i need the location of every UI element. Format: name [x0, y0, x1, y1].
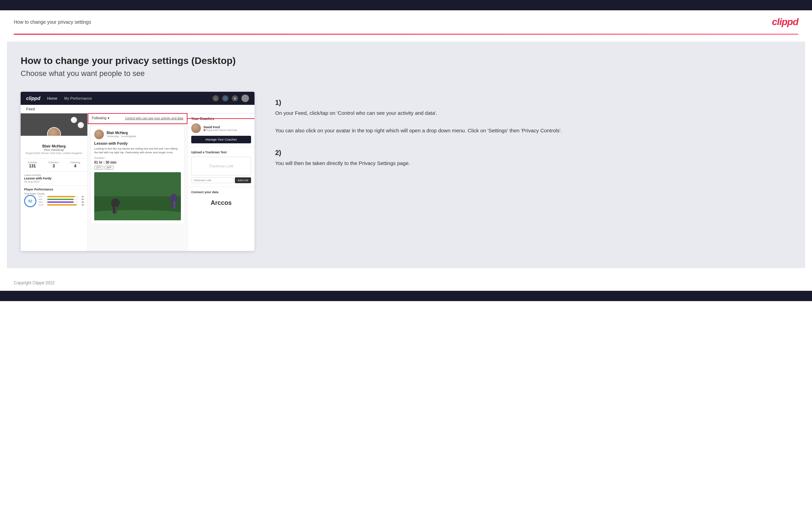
svg-rect-7 [115, 207, 117, 213]
footer: Copyright Clippd 2022 [0, 275, 812, 291]
profile-club: Royal North Devon Golf Club, United King… [23, 152, 85, 155]
connect-section: Connect your data Arccos [188, 187, 255, 213]
profile-stats: Activities 131 Followers 3 Following 4 [21, 158, 87, 171]
instruction-1-text: On your Feed, click/tap on 'Control who … [275, 109, 791, 135]
app-logo: clippd [26, 96, 40, 101]
coach-item: David Ford Royal North Devon Golf Club [191, 123, 251, 133]
svg-rect-8 [112, 201, 120, 203]
post-avatar [94, 130, 104, 139]
post-description: Looking to feel like my hands are exitin… [94, 147, 181, 154]
add-link-button[interactable]: Add Link [235, 177, 251, 183]
page-heading: How to change your privacy settings (Des… [21, 55, 791, 66]
post-location: Yesterday · Sunningdale [107, 135, 136, 138]
header-divider [14, 34, 798, 35]
trackman-input[interactable] [191, 177, 234, 183]
top-bar [0, 0, 812, 10]
header-title: How to change your privacy settings [14, 19, 91, 25]
stat-activities: Activities 131 [28, 161, 37, 168]
nav-avatar[interactable] [241, 95, 249, 102]
tpq-bars: OTT 90 APP 85 ARG [39, 196, 84, 207]
globe-icon[interactable]: ⊕ [232, 95, 238, 101]
header: How to change your privacy settings clip… [0, 10, 812, 34]
tag-app: APP [105, 166, 113, 169]
latest-activity: Latest Activity Lesson with Fordy 03 Aug… [21, 171, 87, 185]
content-row: clippd Home My Performance ⌕ 👤 ⊕ Feed [21, 92, 791, 251]
clippd-logo: clippd [772, 16, 798, 27]
nav-performance: My Performance [64, 96, 92, 100]
coach-avatar [191, 123, 201, 133]
copyright: Copyright Clippd 2022 [14, 280, 55, 285]
arccos-logo: Arccos [191, 196, 251, 210]
coaches-section: Your Coaches David Ford Royal North Devo… [188, 113, 255, 147]
app-navbar: clippd Home My Performance ⌕ 👤 ⊕ [21, 92, 255, 105]
coach-name: David Ford [204, 125, 237, 129]
profile-handicap: Plus Handicap [23, 148, 85, 152]
svg-rect-10 [171, 201, 173, 209]
instructions: 1) On your Feed, click/tap on 'Control w… [268, 92, 791, 181]
upload-title: Upload a Trackman Test [191, 151, 251, 154]
golf-ball-1 [71, 117, 77, 123]
app-sidebar: Blair McHarg Plus Handicap Royal North D… [21, 113, 88, 251]
feed-post: Blair McHarg Yesterday · Sunningdale Les… [90, 126, 185, 224]
bar-arg: ARG 86 [39, 201, 84, 203]
tpq-circle: 92 [24, 195, 36, 207]
instruction-1-number: 1) [275, 99, 791, 107]
profile-cover [21, 113, 87, 136]
app-nav-icons: ⌕ 👤 ⊕ [213, 95, 249, 102]
svg-rect-12 [170, 199, 178, 201]
main-content: How to change your privacy settings (Des… [7, 42, 805, 268]
search-icon[interactable]: ⌕ [213, 95, 219, 101]
connect-title: Connect your data [191, 190, 251, 194]
app-mockup: clippd Home My Performance ⌕ 👤 ⊕ Feed [21, 92, 255, 251]
profile-info: Blair McHarg Plus Handicap Royal North D… [21, 143, 87, 156]
golf-ball-2 [78, 122, 84, 128]
svg-rect-6 [113, 207, 115, 213]
coaches-title: Your Coaches [191, 117, 251, 121]
avatar-face [48, 128, 60, 136]
app-feed: Following ▾ Control who can see your act… [88, 113, 187, 251]
page-subheading: Choose what you want people to see [21, 69, 791, 78]
svg-point-9 [170, 194, 177, 202]
app-body: Blair McHarg Plus Handicap Royal North D… [21, 113, 255, 251]
app-right-panel: Your Coaches David Ford Royal North Devo… [187, 113, 255, 251]
upload-section: Upload a Trackman Test Trackman Link Add… [188, 147, 255, 187]
instruction-1: 1) On your Feed, click/tap on 'Control w… [275, 99, 791, 135]
coach-club: Royal North Devon Golf Club [204, 129, 237, 131]
user-icon[interactable]: 👤 [222, 95, 228, 101]
stat-following: Following 4 [70, 161, 80, 168]
tag-ott: OTT [94, 166, 103, 169]
nav-home: Home [47, 96, 57, 100]
trackman-box: Trackman Link [191, 157, 251, 175]
trackman-input-row: Add Link [191, 177, 251, 183]
bar-putt: PUTT 96 [39, 204, 84, 206]
bottom-bar [0, 291, 812, 301]
manage-coaches-button[interactable]: Manage Your Coaches [191, 136, 251, 143]
player-performance: Player Performance Total Player Quality … [21, 185, 87, 209]
control-link[interactable]: Control who can see your activity and da… [125, 117, 183, 120]
post-duration-label: Duration [94, 156, 181, 159]
profile-name: Blair McHarg [23, 144, 85, 148]
feed-tab[interactable]: Feed [21, 105, 255, 113]
post-image [94, 172, 181, 220]
svg-point-4 [94, 210, 181, 220]
instruction-2-number: 2) [275, 149, 791, 157]
bar-ott: OTT 90 [39, 196, 84, 198]
instruction-2: 2) You will then be taken directly to th… [275, 149, 791, 168]
bar-app: APP 85 [39, 198, 84, 200]
post-tags: OTT APP [94, 166, 181, 169]
instruction-2-text: You will then be taken directly to the P… [275, 159, 791, 168]
feed-header: Following ▾ Control who can see your act… [88, 113, 187, 123]
post-header: Blair McHarg Yesterday · Sunningdale [94, 130, 181, 139]
post-title: Lesson with Fordy [94, 141, 181, 145]
stat-followers: Followers 3 [48, 161, 59, 168]
trackman-label: Trackman Link [195, 164, 247, 168]
post-time: 01 hr : 30 min [94, 161, 181, 164]
post-author: Blair McHarg [107, 131, 136, 135]
following-button[interactable]: Following ▾ [92, 116, 109, 120]
svg-rect-11 [173, 201, 175, 209]
